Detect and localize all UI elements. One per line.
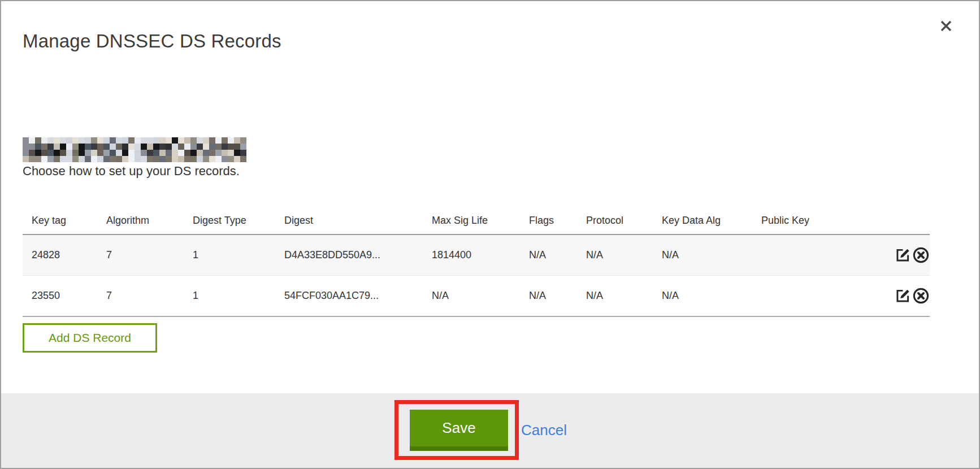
col-header-key-tag: Key tag xyxy=(23,207,97,234)
delete-record-button[interactable] xyxy=(912,287,930,305)
cancel-link[interactable]: Cancel xyxy=(521,422,567,439)
close-button[interactable] xyxy=(939,17,957,35)
cell-flags: N/A xyxy=(520,234,577,276)
cell-max-sig-life: 1814400 xyxy=(423,234,520,276)
table-row: 24828 7 1 D4A33E8DD550A9... 1814400 N/A … xyxy=(23,234,930,276)
col-header-digest-type: Digest Type xyxy=(184,207,275,234)
save-button[interactable]: Save xyxy=(410,410,508,451)
col-header-public-key: Public Key xyxy=(752,207,884,234)
cell-key-data-alg: N/A xyxy=(653,234,752,276)
cell-digest-type: 1 xyxy=(184,234,275,276)
edit-record-button[interactable] xyxy=(894,287,912,305)
add-ds-record-button[interactable]: Add DS Record xyxy=(23,323,157,353)
cell-flags: N/A xyxy=(520,276,577,317)
cell-max-sig-life: N/A xyxy=(423,276,520,317)
page-title: Manage DNSSEC DS Records xyxy=(23,31,281,52)
instruction-text: Choose how to set up your DS records. xyxy=(23,164,240,179)
delete-circle-x-icon xyxy=(912,287,930,305)
cell-digest-type: 1 xyxy=(184,276,275,317)
cell-key-tag: 23550 xyxy=(23,276,97,317)
cell-digest: 54FCF030AA1C79... xyxy=(275,276,423,317)
edit-record-button[interactable] xyxy=(894,246,912,264)
cell-algorithm: 7 xyxy=(97,276,184,317)
delete-circle-x-icon xyxy=(912,246,930,264)
col-header-flags: Flags xyxy=(520,207,577,234)
redacted-domain-name xyxy=(23,137,246,162)
close-icon xyxy=(939,19,957,33)
cell-key-data-alg: N/A xyxy=(653,276,752,317)
annotation-red-box: Save xyxy=(394,400,519,460)
cell-protocol: N/A xyxy=(577,234,653,276)
col-header-algorithm: Algorithm xyxy=(97,207,184,234)
delete-record-button[interactable] xyxy=(912,246,930,264)
col-header-protocol: Protocol xyxy=(577,207,653,234)
col-header-max-sig-life: Max Sig Life xyxy=(423,207,520,234)
col-header-key-data-alg: Key Data Alg xyxy=(653,207,752,234)
col-header-digest: Digest xyxy=(275,207,423,234)
cell-key-tag: 24828 xyxy=(23,234,97,276)
table-row: 23550 7 1 54FCF030AA1C79... N/A N/A N/A … xyxy=(23,276,930,317)
edit-icon xyxy=(894,246,912,264)
cell-protocol: N/A xyxy=(577,276,653,317)
cell-digest: D4A33E8DD550A9... xyxy=(275,234,423,276)
cell-algorithm: 7 xyxy=(97,234,184,276)
cell-public-key xyxy=(752,234,884,276)
dialog-footer: Save Cancel xyxy=(1,393,979,468)
col-header-actions xyxy=(884,207,930,234)
table-header-row: Key tag Algorithm Digest Type Digest Max… xyxy=(23,207,930,234)
ds-records-table: Key tag Algorithm Digest Type Digest Max… xyxy=(23,207,930,317)
cell-public-key xyxy=(752,276,884,317)
manage-dnssec-ds-records-dialog: Manage DNSSEC DS Records Choose how to s… xyxy=(0,0,980,469)
edit-icon xyxy=(894,287,912,305)
